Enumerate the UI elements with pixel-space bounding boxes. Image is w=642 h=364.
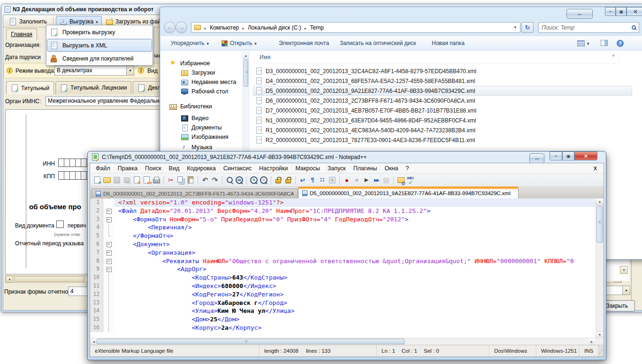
new-file-icon[interactable] (92, 175, 102, 185)
new-folder-button[interactable]: Новая папка (432, 40, 465, 46)
burn-disc-button[interactable]: Записать на оптический диск (340, 40, 416, 46)
cut-icon[interactable] (166, 175, 176, 185)
1c-subtab[interactable]: Титульный (6, 81, 54, 94)
indent-guide-icon[interactable] (318, 175, 327, 185)
file-row[interactable]: R2_0000000001_002_20012013_78277E33-0901… (253, 135, 632, 145)
replace-icon[interactable] (235, 175, 244, 185)
save-icon[interactable] (112, 175, 122, 185)
doc-switcher-icon[interactable] (328, 175, 337, 185)
export-menu-item[interactable]: Проверить выгрузку (47, 26, 152, 38)
spell-check-icon[interactable] (406, 175, 415, 185)
help-button[interactable]: ? (617, 40, 624, 47)
sidebar-item[interactable]: Документы (181, 124, 222, 131)
file-row[interactable]: D5_0000000001_002_20012013_9A21E827-77A6… (253, 86, 632, 96)
scroll-up-icon[interactable]: ▲ (243, 53, 249, 59)
minimize-button[interactable] (605, 7, 616, 16)
close-doc-icon[interactable] (132, 175, 141, 185)
scroll-down-icon[interactable]: ▼ (596, 331, 604, 338)
window-arrows-icon[interactable] (529, 153, 544, 163)
forward-button[interactable]: → (176, 22, 187, 33)
export-menu-item[interactable]: Выгрузить в XML (47, 39, 152, 52)
close-all-docs-icon[interactable] (142, 175, 151, 185)
email-button[interactable]: Электронная почта (279, 40, 329, 46)
1c-subtab[interactable]: Титульный. Лицензии (55, 81, 131, 94)
back-button[interactable]: ← (164, 22, 176, 33)
show-symbols-icon[interactable] (308, 175, 317, 185)
menu-Макросы[interactable]: Макросы (292, 165, 324, 172)
minimize-button[interactable] (550, 152, 562, 160)
imns-field[interactable]: Межрегиональное управление Федеральной (46, 96, 168, 106)
scroll-up-icon[interactable]: ▲ (596, 198, 604, 205)
refresh-button[interactable] (521, 22, 534, 33)
redo-icon[interactable] (210, 175, 220, 185)
doc-kind-checkbox[interactable] (56, 220, 64, 228)
column-divider[interactable] (619, 53, 619, 62)
word-wrap-icon[interactable] (298, 175, 307, 185)
open-button[interactable]: Открыть (222, 40, 257, 46)
undo-icon[interactable] (200, 175, 210, 185)
document-tab[interactable]: D5_0000000001_002_20012013_9A21E827-77A6… (298, 187, 519, 198)
address-bar[interactable]: Компьютер Локальный диск (C:) Temp ▼ (191, 22, 520, 33)
menu-Файл[interactable]: Файл (92, 165, 114, 172)
fold-toggle-icon[interactable] (103, 240, 115, 249)
sidebar-item[interactable]: Загрузки (181, 69, 215, 76)
menu-Вид[interactable]: Вид (165, 165, 183, 172)
sidebar-item[interactable]: Избранное (169, 60, 210, 67)
paste-icon[interactable] (186, 175, 195, 185)
output-mode-select[interactable]: В декалитрах (54, 66, 134, 76)
zoom-out-icon[interactable] (259, 175, 268, 185)
close-window-button[interactable] (627, 7, 642, 16)
find-icon[interactable] (225, 175, 234, 185)
chevron-down-icon[interactable] (126, 66, 134, 75)
file-row[interactable]: D3_0000000001_002_20012013_32C4AC82-A6F1… (253, 66, 632, 76)
sidebar-item[interactable]: Недавние места (181, 78, 236, 86)
fold-toggle-icon[interactable] (103, 257, 115, 265)
fill-button[interactable]: Заполнить (5, 15, 51, 27)
breadcrumb-computer[interactable]: Компьютер (210, 24, 239, 31)
fold-toggle-icon[interactable] (103, 207, 115, 215)
file-row[interactable]: D7_0000000001_002_20012013_4EB7B057-E70F… (253, 106, 632, 115)
sidebar-item[interactable]: Библиотеки (169, 103, 212, 110)
scroll-right-icon[interactable]: ► (588, 338, 596, 345)
file-row[interactable]: D6_0000000001_002_20012013_2C73BFF8-F671… (253, 96, 632, 106)
sync-vertical-icon[interactable] (274, 175, 283, 185)
menu-Кодировка[interactable]: Кодировка (183, 165, 219, 172)
save-all-icon[interactable] (122, 175, 131, 185)
file-row[interactable]: R1_0000000001_002_20012013_4EC983AA-540D… (253, 125, 632, 135)
chevron-down-icon[interactable] (622, 286, 630, 295)
menu-Плагины[interactable]: Плагины (350, 165, 381, 172)
close-window-button[interactable] (574, 152, 597, 160)
fold-toggle-icon[interactable] (103, 215, 115, 224)
breadcrumb-local-disk[interactable]: Локальный диск (C:) (248, 24, 301, 31)
zoom-in-icon[interactable] (249, 175, 259, 185)
fold-toggle-icon[interactable] (103, 265, 115, 273)
column-header-name[interactable]: Имя ▲ (253, 52, 619, 63)
menu-Запуск[interactable]: Запуск (324, 165, 350, 172)
breadcrumb-temp[interactable]: Temp (310, 24, 323, 31)
preview-pane-button[interactable] (601, 40, 608, 46)
window-arrows-icon[interactable] (566, 9, 593, 19)
macro-save-icon[interactable] (382, 175, 391, 185)
info-icon[interactable]: i (7, 68, 13, 74)
menu-Синтаксис[interactable]: Синтаксис (220, 165, 256, 172)
info-icon[interactable]: i (138, 68, 144, 74)
menu-?[interactable]: ? (402, 165, 413, 172)
sidebar-item[interactable]: Музыка (181, 144, 212, 151)
address-dropdown-icon[interactable]: ▼ (513, 25, 517, 30)
scrollbar-thumb[interactable] (596, 206, 603, 243)
editor-vertical-scrollbar[interactable]: ▲ ▼ (596, 198, 604, 338)
copy-icon[interactable] (176, 175, 185, 185)
file-row[interactable]: N1_0000000001_002_20012013_63E87D04-9455… (253, 115, 632, 125)
tab-main[interactable]: Главная (6, 29, 37, 40)
file-row[interactable]: D4_0000000001_002_20012013_68FE57AA-E5A2… (253, 76, 632, 86)
sidebar-item[interactable]: Рабочий стол (181, 88, 228, 95)
editor-horizontal-scrollbar[interactable]: ◄ ► (90, 338, 604, 345)
print-icon[interactable] (152, 175, 161, 185)
search-icon[interactable] (632, 25, 636, 30)
search-input[interactable]: Поиск: Temp (538, 22, 639, 33)
macro-stop-icon[interactable] (352, 175, 361, 185)
fold-toggle-icon[interactable] (103, 249, 115, 257)
scroll-down-icon[interactable]: ▼ (620, 266, 628, 274)
export-menu-item[interactable]: Сведения для покупателей (47, 52, 152, 65)
explorer-plugin-icon[interactable] (396, 175, 405, 185)
